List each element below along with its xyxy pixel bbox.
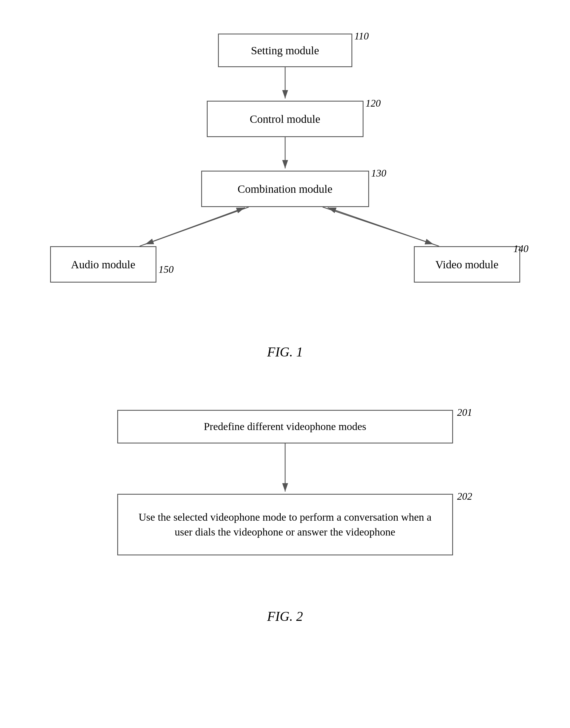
fig1-label: FIG. 1 [267, 344, 303, 360]
fig2-label: FIG. 2 [267, 609, 303, 624]
ref-201: 201 [457, 406, 472, 418]
ref-140: 140 [514, 243, 529, 255]
ref-150: 150 [159, 264, 174, 275]
step-202-box: Use the selected videophone mode to perf… [117, 494, 453, 556]
ref-120: 120 [366, 97, 381, 109]
control-module-label: Control module [250, 112, 320, 126]
svg-line-5 [323, 207, 434, 244]
step-201-box: Predefine different videophone modes [117, 410, 453, 443]
video-module-label: Video module [436, 258, 498, 271]
control-module-box: Control module [207, 101, 363, 137]
video-module-box: Video module [414, 246, 520, 283]
combination-module-label: Combination module [238, 183, 332, 196]
svg-line-6 [328, 208, 439, 246]
ref-110: 110 [354, 30, 369, 42]
setting-module-box: Setting module [218, 34, 352, 67]
svg-line-4 [139, 208, 245, 246]
fig2-section: Predefine different videophone modes 201… [33, 399, 537, 646]
fig1-diagram: Setting module 110 Control module 120 Co… [33, 22, 537, 330]
audio-module-box: Audio module [50, 246, 157, 283]
step-201-label: Predefine different videophone modes [204, 419, 366, 434]
ref-130: 130 [371, 167, 386, 179]
combination-module-box: Combination module [201, 171, 369, 207]
fig1-section: Setting module 110 Control module 120 Co… [33, 22, 537, 382]
svg-line-3 [145, 207, 249, 244]
step-202-label: Use the selected videophone mode to perf… [129, 510, 441, 539]
ref-202: 202 [457, 490, 472, 502]
fig2-diagram: Predefine different videophone modes 201… [75, 399, 495, 595]
audio-module-label: Audio module [71, 258, 135, 271]
setting-module-label: Setting module [251, 44, 319, 57]
